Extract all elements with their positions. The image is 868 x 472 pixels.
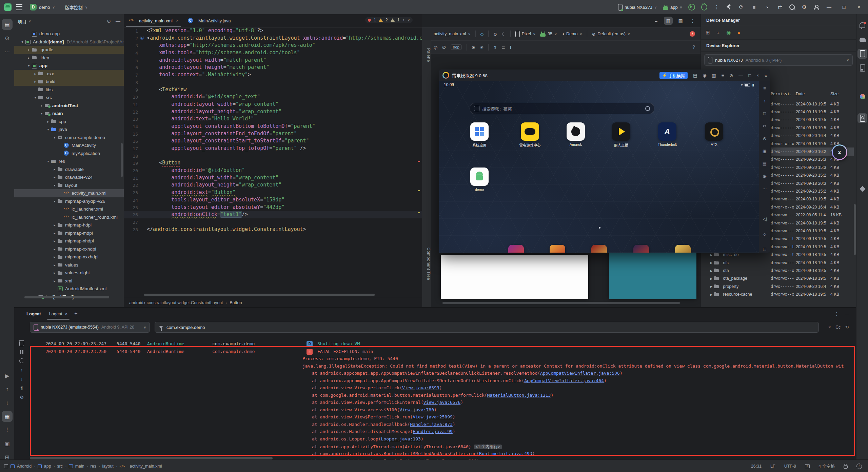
tree-item-demo.app[interactable]: demo.app xyxy=(14,30,124,38)
file-table-row[interactable]: drwx------2024-09-20 16:44 KB xyxy=(771,132,854,140)
tree-item-androidTest[interactable]: ▸androidTest xyxy=(14,102,124,110)
window-layout-icon[interactable] xyxy=(4,464,8,468)
warning-stripe-mark[interactable] xyxy=(418,190,420,191)
stack-line[interactable]: at androidx.appcompat.app.AppCompatViewI… xyxy=(312,371,623,376)
sidebar-tool-icon[interactable]: ♪ xyxy=(759,96,770,106)
tree-item-build[interactable]: ▸build xyxy=(14,78,124,86)
read-write-icon[interactable] xyxy=(844,465,848,469)
help-icon[interactable]: ? xyxy=(692,44,695,50)
tree-chevron-icon[interactable]: ▸ xyxy=(52,223,57,227)
tree-chevron-icon[interactable]: ▸ xyxy=(26,48,32,52)
stack-line[interactable]: at android.view.View.performClick(View.j… xyxy=(312,385,442,390)
add-device-icon[interactable]: + xyxy=(717,30,720,36)
sidebar-tool-icon[interactable]: ✂ xyxy=(759,121,770,131)
ldplayer-floating-ball[interactable]: ⧖ xyxy=(832,144,847,160)
tree-item-com.example.demo[interactable]: ▾com.example.demo xyxy=(14,134,124,142)
code-line-15[interactable]: 15 app:layout_constraintEnd_toEndOf="par… xyxy=(124,130,422,138)
locate-file-icon[interactable]: ⊙ xyxy=(107,18,111,24)
tree-chevron-icon[interactable]: ▸ xyxy=(52,168,57,171)
tree-item-MainActivity[interactable]: MainActivity xyxy=(14,141,124,150)
tree-item-activity_main.xml[interactable]: activity_main.xml xyxy=(14,189,124,197)
file-table-row[interactable]: drwx------2024-09-20 15:24 KB xyxy=(771,172,854,179)
breadcrumb-item[interactable]: androidx.constraintlayout.widget.Constra… xyxy=(129,300,223,305)
locale-dropdown[interactable]: ⊛ Default (en-us) ∨ xyxy=(592,32,630,37)
file-table-row[interactable]: drwxrwx---2022-08-05 11:416 KB xyxy=(771,211,854,219)
close-tab-icon[interactable]: × xyxy=(65,311,68,316)
tree-chevron-icon[interactable]: ▸ xyxy=(33,80,38,83)
collapse-sidebar-icon[interactable]: « xyxy=(765,73,767,78)
device-manager-icon[interactable] xyxy=(857,49,867,59)
more-actions-icon[interactable]: ⋮ xyxy=(713,4,720,10)
code-line-6[interactable]: 6 android:layout_height="match_parent" xyxy=(124,64,422,71)
tree-chevron-icon[interactable]: ▾ xyxy=(26,64,32,67)
tree-item-res[interactable]: ▾res xyxy=(14,157,124,165)
stack-link[interactable]: View.java:6599 xyxy=(402,385,439,390)
main-menu-icon[interactable] xyxy=(16,4,22,10)
filter-history-icon[interactable]: ⟲ xyxy=(845,325,849,330)
stack-link[interactable]: View.java:25899 xyxy=(413,414,452,419)
tree-chevron-icon[interactable]: ▸ xyxy=(52,271,57,275)
settings-icon[interactable]: ⚙ xyxy=(801,4,808,10)
column-date[interactable]: Date xyxy=(796,92,830,100)
stack-line[interactable]: at android.app.ActivityThread.main(Activ… xyxy=(312,444,502,449)
statusbar-breadcrumb[interactable]: main xyxy=(75,464,84,469)
code-line-5[interactable]: 5 android:layout_width="match_parent" xyxy=(124,57,422,64)
build-button[interactable] xyxy=(726,4,732,10)
explorer-folder-property[interactable]: ▸property xyxy=(710,282,771,290)
explorer-folder-ota_package[interactable]: ▸ota_package xyxy=(710,275,771,282)
clear-logcat-icon[interactable] xyxy=(19,341,24,346)
tree-item-src[interactable]: ▾src xyxy=(14,94,124,102)
night-mode-icon[interactable]: ☾ xyxy=(502,32,506,37)
tree-chevron-icon[interactable]: ▸ xyxy=(52,247,57,251)
debug-button[interactable] xyxy=(701,4,707,11)
phone-mode-badge[interactable]: ⚡手机模拟 xyxy=(659,72,688,79)
tree-item-ic_launcher.xml[interactable]: ic_launcher.xml xyxy=(14,205,124,213)
hide-panel-icon[interactable]: — xyxy=(845,311,849,316)
app-amarok[interactable]: Amarok xyxy=(560,122,591,146)
stack-line[interactable]: Process: com.example.demo, PID: 5440 xyxy=(302,356,398,361)
stack-link[interactable]: View.java:780 xyxy=(399,407,434,412)
code-line-25[interactable]: 25 tools:layout_editor_absoluteY="442dp" xyxy=(124,204,422,211)
tree-item-mipmap-xxxhdpi[interactable]: ▸mipmap-xxxhdpi xyxy=(14,253,124,261)
logcat-tool-icon[interactable]: ▦ xyxy=(2,411,13,422)
search-bar[interactable]: 搜索游戏：被窝 xyxy=(470,103,654,114)
sidebar-tool-icon[interactable]: ⋯ xyxy=(759,183,770,194)
explorer-folder-ota[interactable]: ▸ota xyxy=(710,267,771,274)
file-table-row[interactable]: drwxrwx---2024-09-18 19:54 KB xyxy=(771,227,854,235)
gutter-icon[interactable]: Ⓒ xyxy=(138,35,146,42)
file-table-row[interactable]: drwx------2024-09-18 19:54 KB xyxy=(771,108,854,116)
palette-tab[interactable]: Palette xyxy=(422,48,431,62)
code-line-20[interactable]: 20 android:id="@+id/button" xyxy=(124,167,422,174)
align-icon[interactable]: ≣ xyxy=(501,45,505,50)
explorer-folder-nfc[interactable]: ▸nfc xyxy=(710,259,771,267)
device-explorer-device-dropdown[interactable]: nubia NX627J Android 9.0 ("Pie") ∨ xyxy=(704,54,853,66)
tree-chevron-icon[interactable]: ▸ xyxy=(710,284,712,289)
app-sys[interactable]: 系统应用 xyxy=(464,122,495,148)
tree-item-cpp[interactable]: ▸cpp xyxy=(14,118,124,126)
code-line-22[interactable]: 22 android:layout_height="wrap_content" xyxy=(124,181,422,189)
app-thunderbolt[interactable]: Thunderbolt xyxy=(652,122,683,146)
menu-icon[interactable]: ≡ xyxy=(722,73,724,78)
project-hscrollbar[interactable] xyxy=(24,296,109,298)
stack-line[interactable]: at com.android.internal.os.RuntimeInit$M… xyxy=(312,451,535,456)
multi-window-icon[interactable]: ▤ xyxy=(693,73,697,78)
tree-item-.idea[interactable]: ▸.idea xyxy=(14,54,124,62)
run-configuration-selector[interactable]: app ∨ xyxy=(663,5,682,10)
device-dropdown[interactable]: Pixel ∨ xyxy=(515,31,535,37)
minimize-button[interactable]: — xyxy=(825,4,833,10)
file-table-row[interactable]: drwxrwx--x2024-09-18 19:54 KB xyxy=(771,290,854,298)
dock-app-5[interactable]: 神火大陆 xyxy=(664,245,702,253)
error-stripe-mark[interactable] xyxy=(418,161,420,162)
project-selector[interactable]: D demo ∨ xyxy=(27,2,58,12)
design-hscrollbar[interactable] xyxy=(442,302,680,304)
tree-chevron-icon[interactable]: ▸ xyxy=(710,292,712,297)
code-line-13[interactable]: 13 android:text="Hello World!" xyxy=(124,115,422,123)
download-tool-icon[interactable]: ↓ xyxy=(2,397,13,408)
new-logcat-tab-icon[interactable]: + xyxy=(74,311,77,317)
file-table-row[interactable]: drwxr-x--x2024-09-20 16:44 KB xyxy=(771,203,854,211)
logcat-settings-icon[interactable]: ⚙ xyxy=(20,395,24,400)
stack-link[interactable]: AppCompatViewInflater.java:506 xyxy=(540,371,620,376)
code-line-8[interactable]: 8 xyxy=(124,79,422,86)
notifications-icon[interactable] xyxy=(805,464,810,468)
tab-mainactivity-java[interactable]: MainActivity.java xyxy=(183,14,236,27)
